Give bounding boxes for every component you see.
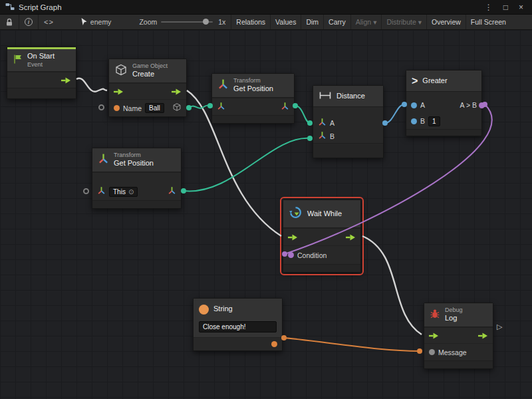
align-dropdown[interactable]: Align ▾ — [350, 15, 382, 29]
zoom-slider-handle[interactable] — [203, 19, 209, 25]
exec-input-port[interactable] — [429, 330, 439, 342]
node-title: Get Position — [114, 159, 154, 168]
node-category: Transform — [233, 77, 273, 84]
b-value-field[interactable]: 1 — [428, 116, 440, 126]
message-input-port[interactable] — [429, 349, 435, 355]
graph-canvas[interactable]: On Start Event Game Object Create — [0, 30, 532, 399]
node-wait-while[interactable]: Wait While Condition — [283, 200, 361, 273]
overview-button[interactable]: Overview — [426, 15, 466, 29]
exec-output-port[interactable] — [172, 86, 182, 98]
carry-button[interactable]: Carry — [323, 15, 350, 29]
exec-input-port[interactable] — [288, 231, 298, 243]
node-category: Transform — [114, 152, 154, 159]
port-label: B — [330, 132, 334, 140]
distribute-dropdown[interactable]: Distribute ▾ — [381, 15, 426, 29]
game-object-output-port[interactable] — [172, 102, 182, 114]
port-label: A — [420, 101, 425, 109]
play-marker-icon: ▷ — [497, 323, 502, 331]
graph-name: enemy — [90, 18, 112, 26]
graph-toolbar: i <> enemy Zoom 1x Relations Values Dim … — [0, 15, 532, 30]
input-port-a[interactable] — [411, 102, 417, 108]
script-graph-window: Script Graph ⋮ □ × i <> enemy Zoom — [0, 0, 532, 399]
node-footer — [424, 360, 493, 368]
node-string-literal[interactable]: String Close enough! — [193, 298, 283, 351]
bug-icon — [430, 309, 440, 322]
wire-string-to-message[interactable] — [284, 338, 420, 351]
cube-icon — [114, 63, 128, 79]
port-label: Message — [438, 348, 467, 356]
wire-object-create-to-get-position[interactable] — [189, 105, 210, 108]
position-output-port[interactable] — [281, 101, 289, 113]
node-debug-log[interactable]: Debug Log Message — [424, 303, 493, 369]
input-port-b[interactable] — [411, 118, 417, 124]
lock-icon[interactable] — [0, 15, 19, 29]
wire-position-to-distance-a[interactable] — [295, 106, 310, 123]
node-title: Create — [132, 70, 168, 79]
wire-exec-on-start-to-create[interactable] — [76, 78, 107, 92]
exec-output-port[interactable] — [478, 330, 488, 342]
node-get-position-top[interactable]: Transform Get Position — [211, 73, 295, 124]
titlebar: Script Graph ⋮ □ × — [0, 0, 532, 15]
cursor-icon — [80, 17, 88, 27]
zoom-slider[interactable] — [161, 21, 213, 23]
node-title: Log — [445, 314, 463, 323]
vector-input-port-a[interactable] — [318, 117, 327, 129]
name-field[interactable]: Ball — [145, 103, 164, 113]
node-game-object-create[interactable]: Game Object Create Name Ball — [108, 59, 187, 117]
window-menu-icon[interactable]: ⋮ — [481, 3, 496, 12]
port-label: Condition — [297, 251, 327, 259]
window-title: Script Graph — [19, 3, 62, 11]
transform-input-port[interactable] — [217, 101, 225, 113]
wire-distance-to-greater-a[interactable] — [385, 104, 404, 123]
condition-input-port[interactable] — [288, 252, 294, 258]
unconnected-port-ring[interactable] — [98, 104, 104, 110]
node-title: Distance — [336, 92, 365, 101]
node-title: String — [213, 305, 233, 314]
exec-output-port[interactable] — [346, 231, 356, 243]
output-label: A > B — [460, 101, 477, 109]
unconnected-port-ring[interactable] — [83, 188, 89, 194]
values-button[interactable]: Values — [270, 15, 301, 29]
wire-exec-wait-while-to-log[interactable] — [362, 236, 422, 334]
node-footer — [212, 115, 294, 123]
greater-icon: > — [412, 75, 418, 87]
wire-position-to-distance-b[interactable] — [184, 138, 310, 192]
zoom-value: 1x — [217, 15, 231, 29]
string-value-field[interactable]: Close enough! — [199, 321, 277, 332]
dim-button[interactable]: Dim — [301, 15, 323, 29]
graph-breadcrumb[interactable]: enemy — [75, 15, 117, 29]
node-greater[interactable]: > Greater A A > B B 1 — [406, 70, 482, 136]
wait-clock-icon — [289, 205, 303, 222]
close-icon[interactable]: × — [515, 3, 527, 12]
full-screen-button[interactable]: Full Screen — [466, 15, 511, 29]
node-distance[interactable]: Distance A B — [313, 85, 384, 158]
node-title: On Start — [27, 52, 55, 61]
string-output-port[interactable] — [271, 341, 277, 347]
target-field[interactable]: This ⊙ — [109, 187, 138, 197]
node-get-position-left[interactable]: Transform Get Position This ⊙ — [92, 148, 182, 209]
node-footer — [92, 200, 181, 208]
port-label: Name — [123, 104, 142, 112]
transform-input-port[interactable] — [97, 186, 106, 198]
maximize-icon[interactable]: □ — [500, 3, 511, 12]
code-view-icon[interactable]: <> — [39, 15, 59, 29]
exec-output-port[interactable] — [61, 74, 71, 86]
exec-input-port[interactable] — [114, 86, 124, 98]
node-footer — [406, 129, 481, 136]
node-footer — [283, 264, 360, 272]
node-on-start-event[interactable]: On Start Event — [7, 47, 76, 99]
string-icon — [199, 305, 209, 315]
bool-output-port[interactable] — [479, 102, 485, 108]
name-input-port[interactable] — [114, 105, 120, 111]
node-category: Debug — [445, 307, 463, 314]
chevron-down-icon: ▾ — [373, 18, 376, 26]
string-value-wrap: Close enough! — [194, 320, 282, 337]
info-icon[interactable]: i — [19, 15, 38, 29]
vector-input-port-b[interactable] — [318, 130, 327, 142]
relations-button[interactable]: Relations — [231, 15, 270, 29]
node-title: Wait While — [307, 209, 342, 219]
transform-icon — [217, 78, 229, 92]
position-output-port[interactable] — [168, 186, 176, 198]
distance-icon — [319, 90, 332, 102]
node-footer — [7, 88, 76, 98]
